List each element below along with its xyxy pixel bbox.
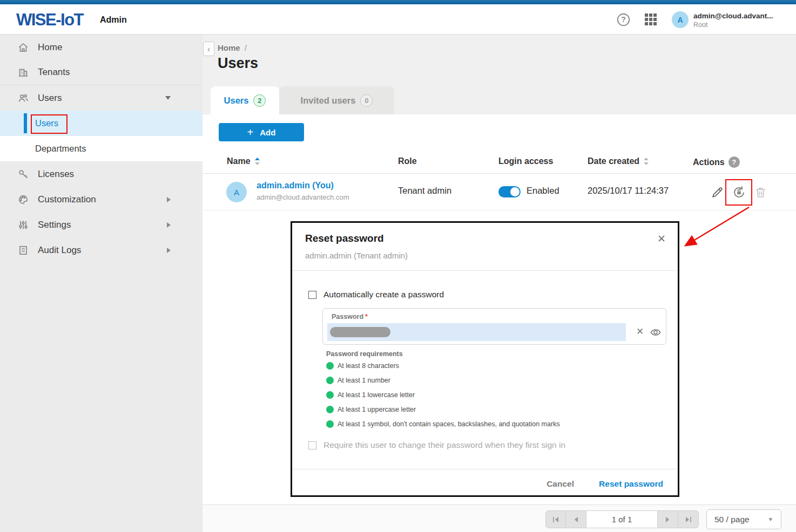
clear-input-icon[interactable]: ✕ bbox=[636, 326, 644, 337]
chevron-right-icon bbox=[167, 222, 171, 228]
reset-password-icon bbox=[731, 185, 747, 200]
last-page-button[interactable] bbox=[678, 510, 699, 528]
requirement-item: At least 8 characters bbox=[326, 362, 399, 370]
sidebar: Home Tenants Users Users Departments Lic… bbox=[0, 35, 203, 532]
actions-help-icon[interactable]: ? bbox=[728, 156, 740, 168]
sidebar-item-tenants[interactable]: Tenants bbox=[0, 60, 203, 85]
requirement-met-icon bbox=[326, 377, 334, 384]
sidebar-item-licenses[interactable]: Licenses bbox=[0, 161, 203, 187]
reset-password-confirm-button[interactable]: Reset password bbox=[599, 479, 663, 489]
add-button-label: Add bbox=[260, 128, 275, 137]
requirement-met-icon bbox=[326, 362, 334, 370]
sidebar-collapse-button[interactable]: ‹ bbox=[203, 42, 214, 56]
app-grid-icon[interactable] bbox=[645, 13, 658, 26]
requirement-met-icon bbox=[326, 391, 334, 399]
sidebar-item-audit-logs[interactable]: Audit Logs bbox=[0, 237, 203, 263]
column-header-date-created[interactable]: Date created bbox=[588, 156, 649, 166]
row-user-name-link[interactable]: admin.admin (You) bbox=[257, 181, 334, 190]
sidebar-item-departments[interactable]: Departments bbox=[0, 136, 203, 161]
sidebar-item-label: Tenants bbox=[38, 67, 70, 78]
requirement-item: At least 1 number bbox=[326, 377, 390, 384]
reset-password-button[interactable] bbox=[731, 184, 747, 200]
last-page-icon bbox=[685, 516, 692, 523]
sidebar-item-home[interactable]: Home bbox=[0, 35, 203, 60]
password-field-container: Password* ✕ bbox=[322, 308, 666, 345]
sliders-icon bbox=[18, 220, 29, 230]
user-menu[interactable]: admin@cloud.advant... Root bbox=[693, 12, 773, 29]
auto-create-password-label: Automatically create a password bbox=[323, 290, 444, 299]
edit-user-button[interactable] bbox=[709, 184, 725, 200]
users-icon bbox=[18, 93, 29, 104]
checkbox-icon[interactable] bbox=[308, 441, 316, 449]
column-header-name[interactable]: Name bbox=[227, 156, 260, 166]
sidebar-item-label: Audit Logs bbox=[38, 245, 81, 256]
show-password-icon[interactable] bbox=[649, 326, 662, 340]
require-change-label: Require this user to change their passwo… bbox=[323, 440, 565, 450]
sidebar-item-users-users[interactable]: Users bbox=[0, 111, 203, 136]
delete-user-button bbox=[752, 184, 768, 200]
user-role: Root bbox=[693, 21, 773, 29]
top-accent-bar bbox=[0, 0, 796, 4]
auto-create-password-checkbox[interactable]: Automatically create a password bbox=[308, 290, 444, 299]
sidebar-item-label: Customization bbox=[38, 194, 96, 205]
cancel-button[interactable]: Cancel bbox=[547, 479, 574, 489]
password-requirements-title: Password requirements bbox=[326, 350, 403, 358]
divider bbox=[292, 469, 678, 469]
dropdown-caret-icon: ▼ bbox=[768, 516, 773, 522]
tab-invited-users[interactable]: Invited users 0 bbox=[279, 86, 394, 114]
pagination-bar: 1 of 1 50 / page ▼ bbox=[203, 504, 796, 532]
chevron-down-icon bbox=[165, 96, 171, 100]
column-header-role: Role bbox=[398, 156, 417, 166]
tab-users-count-badge: 2 bbox=[253, 94, 266, 107]
avatar[interactable]: A bbox=[672, 11, 689, 28]
pencil-icon bbox=[711, 186, 724, 199]
sidebar-item-label: Settings bbox=[38, 220, 71, 230]
breadcrumb-separator: / bbox=[245, 43, 247, 52]
password-label: Password* bbox=[332, 313, 368, 320]
trash-icon bbox=[754, 186, 767, 199]
tenants-icon bbox=[18, 67, 29, 78]
next-page-button[interactable] bbox=[658, 510, 678, 528]
require-change-checkbox[interactable]: Require this user to change their passwo… bbox=[308, 440, 565, 450]
breadcrumb[interactable]: Home/ bbox=[218, 43, 247, 52]
sidebar-item-label: Users bbox=[38, 93, 62, 104]
sort-icon[interactable] bbox=[643, 157, 649, 166]
divider bbox=[292, 270, 678, 271]
sidebar-item-label: Home bbox=[38, 42, 62, 53]
previous-page-icon bbox=[574, 516, 578, 523]
tab-users[interactable]: Users 2 bbox=[211, 86, 279, 114]
help-icon[interactable]: ? bbox=[616, 12, 631, 27]
add-user-button[interactable]: + Add bbox=[219, 123, 304, 141]
modal-title: Reset password bbox=[305, 233, 384, 244]
required-asterisk: * bbox=[365, 313, 368, 320]
row-login-access-label: Enabled bbox=[527, 186, 559, 196]
checkbox-icon[interactable] bbox=[308, 291, 316, 299]
password-redaction-blur bbox=[330, 327, 390, 337]
close-icon[interactable]: ✕ bbox=[657, 233, 666, 245]
previous-page-button[interactable] bbox=[566, 510, 586, 528]
requirement-met-icon bbox=[326, 420, 334, 428]
row-avatar: A bbox=[226, 182, 247, 202]
password-input[interactable] bbox=[327, 323, 626, 341]
sort-icon[interactable] bbox=[254, 157, 260, 166]
sidebar-item-label: Departments bbox=[35, 144, 86, 154]
row-date-created: 2025/10/17 11:24:37 bbox=[588, 186, 669, 196]
app-header: WISE-IoT Admin ? A admin@cloud.advant...… bbox=[0, 4, 796, 35]
sidebar-item-users[interactable]: Users bbox=[0, 85, 203, 111]
svg-text:?: ? bbox=[621, 15, 626, 24]
first-page-button[interactable] bbox=[545, 510, 566, 528]
page-indicator: 1 of 1 bbox=[586, 510, 658, 528]
palette-icon bbox=[18, 194, 29, 205]
pager: 1 of 1 bbox=[545, 510, 699, 528]
selected-indicator bbox=[24, 113, 27, 133]
user-email: admin@cloud.advant... bbox=[693, 12, 773, 20]
breadcrumb-home[interactable]: Home bbox=[218, 43, 240, 52]
sidebar-item-customization[interactable]: Customization bbox=[0, 187, 203, 212]
page-title: Users bbox=[218, 55, 258, 72]
sidebar-item-settings[interactable]: Settings bbox=[0, 212, 203, 237]
admin-label: Admin bbox=[100, 15, 127, 25]
requirement-met-icon bbox=[326, 406, 334, 413]
sidebar-item-label: Users bbox=[35, 118, 58, 128]
page-size-select[interactable]: 50 / page ▼ bbox=[706, 509, 781, 529]
login-access-toggle[interactable] bbox=[498, 186, 521, 197]
